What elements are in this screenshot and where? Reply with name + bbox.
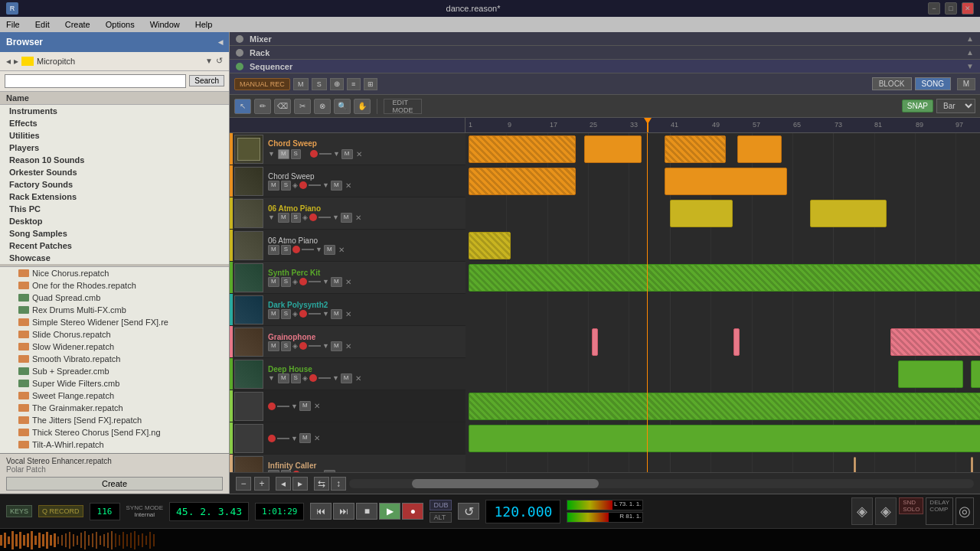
track-close-button[interactable]: ✕ bbox=[345, 310, 351, 318]
scrollbar-thumb[interactable] bbox=[412, 479, 599, 488]
track-thumbnail[interactable] bbox=[234, 167, 263, 196]
arrow-down-icon[interactable]: ▼ bbox=[322, 342, 329, 350]
track-m2-button[interactable]: M bbox=[341, 149, 353, 159]
track-m2-button[interactable]: M bbox=[341, 213, 352, 223]
track-close-button[interactable]: ✕ bbox=[345, 278, 351, 286]
edit-mode-btn[interactable]: EDITMODE bbox=[384, 99, 422, 114]
browser-cat-factory[interactable]: Factory Sounds bbox=[0, 178, 229, 191]
track-thumbnail[interactable] bbox=[234, 199, 263, 228]
track-m2-button[interactable]: M bbox=[331, 277, 342, 287]
master-knob[interactable]: ◈ bbox=[875, 497, 897, 525]
track-controls-btn[interactable]: M bbox=[293, 78, 309, 90]
delay-comp-btn[interactable]: DELAYCOMP bbox=[926, 497, 953, 525]
erase-tool[interactable]: ⌫ bbox=[274, 99, 291, 114]
track-m-button[interactable]: M bbox=[268, 309, 279, 319]
track-m-button[interactable]: M bbox=[278, 213, 289, 223]
track-close-button[interactable]: ✕ bbox=[314, 434, 320, 442]
list-item[interactable]: Nice Chorus.repatch bbox=[0, 267, 229, 279]
menu-options[interactable]: Options bbox=[103, 20, 138, 29]
zoom-tool[interactable]: 🔍 bbox=[334, 99, 351, 114]
track-m-button[interactable]: M bbox=[268, 181, 279, 191]
create-button[interactable]: Create bbox=[6, 477, 223, 491]
track-v-icon[interactable]: ◈ bbox=[302, 214, 308, 221]
track-m2-button[interactable]: M bbox=[299, 433, 311, 443]
right-knob[interactable]: ◎ bbox=[956, 497, 974, 525]
track-thumbnail[interactable] bbox=[234, 263, 263, 292]
pencil-tool[interactable]: ✏ bbox=[254, 99, 271, 114]
browser-cat-recent[interactable]: Recent Patches bbox=[0, 240, 229, 252]
track-v-icon[interactable]: ◈ bbox=[292, 181, 298, 189]
browser-cat-players[interactable]: Players bbox=[0, 142, 229, 154]
marker-button[interactable]: ↕ bbox=[331, 477, 346, 491]
hand-tool[interactable]: ✋ bbox=[354, 99, 371, 114]
arrow-down-icon[interactable]: ▼ bbox=[322, 278, 329, 285]
browser-nav-forward[interactable]: ▸ bbox=[14, 56, 18, 67]
mixer-expand-icon[interactable]: ▲ bbox=[966, 34, 974, 43]
arrow-down-icon[interactable]: ▼ bbox=[322, 181, 329, 189]
sequencer-expand-icon[interactable]: ▼ bbox=[966, 62, 974, 70]
search-button[interactable]: Search bbox=[189, 75, 224, 86]
track-thumbnail[interactable] bbox=[234, 135, 263, 164]
maximize-button[interactable]: □ bbox=[945, 2, 957, 15]
list-item[interactable]: Tilt-A-Whirl.repatch bbox=[0, 439, 229, 451]
arrow-down-icon[interactable]: ▼ bbox=[291, 403, 298, 410]
browser-cat-effects[interactable]: Effects bbox=[0, 117, 229, 129]
fast-forward-button[interactable]: ⏭ bbox=[333, 503, 354, 520]
clip[interactable] bbox=[971, 457, 973, 472]
arrow-down-icon[interactable]: ▼ bbox=[333, 150, 340, 158]
list-item[interactable]: Sweet Flange.repatch bbox=[0, 390, 229, 402]
track-close-button[interactable]: ✕ bbox=[345, 181, 351, 190]
snd-btn[interactable]: SNDSOLO bbox=[899, 497, 923, 514]
record-button[interactable]: ● bbox=[402, 503, 423, 520]
browser-cat-reason10[interactable]: Reason 10 Sounds bbox=[0, 154, 229, 166]
browser-refresh-icon[interactable]: ↺ bbox=[216, 56, 223, 66]
browser-cat-instruments[interactable]: Instruments bbox=[0, 105, 229, 117]
track-s-button[interactable]: S bbox=[291, 149, 301, 159]
song-tab[interactable]: SONG bbox=[915, 77, 951, 90]
track-m-button[interactable]: M bbox=[268, 245, 279, 255]
list-item[interactable]: Super Wide Filters.cmb bbox=[0, 377, 229, 390]
track-thumbnail[interactable] bbox=[234, 360, 263, 389]
arrow-down-icon[interactable]: ▼ bbox=[322, 310, 329, 318]
select-tool[interactable]: ↖ bbox=[234, 99, 251, 114]
menu-edit[interactable]: Edit bbox=[32, 20, 53, 29]
stop-button[interactable]: ■ bbox=[356, 503, 377, 520]
clip[interactable] bbox=[971, 360, 980, 388]
track-s-button[interactable]: S bbox=[281, 277, 291, 287]
track-m-button[interactable]: M bbox=[268, 341, 279, 351]
track-close-button[interactable]: ✕ bbox=[356, 150, 362, 158]
loop-button[interactable]: ⇆ bbox=[314, 477, 329, 491]
list-item[interactable]: The Grainmaker.repatch bbox=[0, 402, 229, 414]
clip[interactable] bbox=[898, 360, 963, 388]
browser-cat-rack[interactable]: Rack Extensions bbox=[0, 191, 229, 203]
track-collapse-icon[interactable]: ▼ bbox=[268, 150, 275, 158]
browser-cat-samples[interactable]: Song Samples bbox=[0, 227, 229, 240]
track-s-btn[interactable]: S bbox=[312, 78, 327, 90]
track-thumbnail[interactable] bbox=[234, 392, 263, 421]
track-m2-button[interactable]: M bbox=[331, 181, 342, 191]
track-thumbnail[interactable] bbox=[234, 231, 263, 260]
track-v-icon[interactable]: ◈ bbox=[292, 310, 298, 318]
alt-btn[interactable]: ALT bbox=[430, 512, 452, 523]
menu-help[interactable]: Help bbox=[192, 20, 216, 29]
rack-expand-icon[interactable]: ▲ bbox=[966, 48, 974, 57]
arrow-down-icon[interactable]: ▼ bbox=[332, 214, 339, 221]
clip[interactable] bbox=[665, 168, 787, 195]
track-m2-button[interactable]: M bbox=[324, 245, 335, 255]
track-thumbnail[interactable] bbox=[234, 456, 263, 472]
track-m2-button[interactable]: M bbox=[331, 341, 342, 351]
list-item[interactable]: Rex Drums Multi-FX.cmb bbox=[0, 304, 229, 316]
play-button[interactable]: ▶ bbox=[379, 503, 400, 520]
menu-window[interactable]: Window bbox=[147, 20, 183, 29]
close-button[interactable]: ✕ bbox=[962, 2, 974, 15]
clip[interactable] bbox=[469, 135, 576, 163]
track-s-button[interactable]: S bbox=[281, 309, 291, 319]
mix-knob[interactable]: ◈ bbox=[851, 497, 873, 525]
track-m2-button[interactable]: M bbox=[341, 373, 352, 383]
add-track-icon[interactable]: ⊕ bbox=[330, 78, 344, 90]
browser-nav-back[interactable]: ◂ bbox=[6, 56, 11, 67]
list-item[interactable]: Sub + Spreader.cmb bbox=[0, 365, 229, 377]
zoom-in-button[interactable]: + bbox=[254, 477, 270, 491]
snap-button[interactable]: SNAP bbox=[902, 99, 933, 112]
track-m2-button[interactable]: M bbox=[299, 401, 311, 411]
